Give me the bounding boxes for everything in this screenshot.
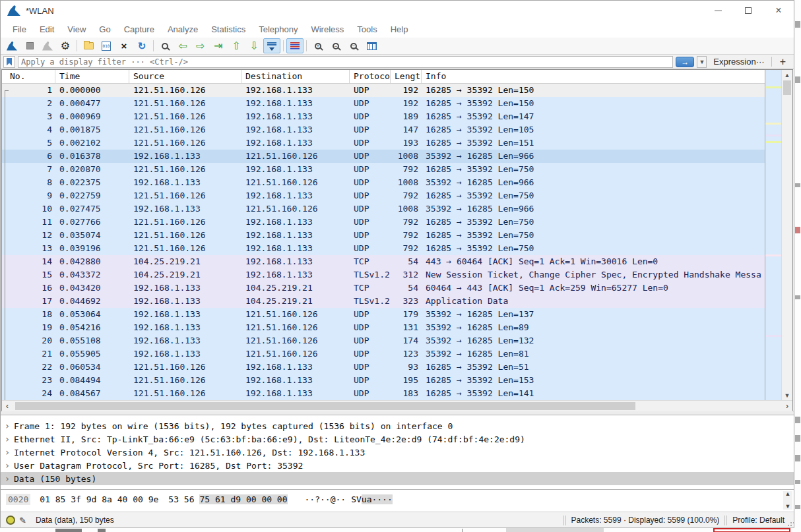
close-file-button[interactable]: × [115, 38, 133, 53]
scroll-down-arrow-icon[interactable]: ▼ [782, 390, 792, 400]
packet-row-8[interactable]: 80.022375192.168.1.133121.51.160.126UDP1… [2, 176, 765, 189]
detail-row-5[interactable]: ›Data (150 bytes) [1, 472, 794, 485]
detail-row-4[interactable]: ›User Datagram Protocol, Src Port: 16285… [1, 459, 794, 472]
colorize-button[interactable] [286, 38, 304, 53]
capture-options-button[interactable]: ⚙ [57, 38, 74, 53]
expression-button[interactable]: Expression··· [713, 57, 764, 67]
auto-scroll-button[interactable] [263, 38, 280, 53]
column-header-protocol[interactable]: Protocol [350, 70, 391, 83]
packet-row-12[interactable]: 120.035074121.51.160.126192.168.1.133UDP… [2, 229, 765, 242]
packet-row-14[interactable]: 140.042880104.25.219.21192.168.1.133TCP5… [2, 255, 765, 268]
minimize-button[interactable] [703, 1, 733, 20]
menu-item-analyze[interactable]: Analyze [161, 24, 205, 34]
packet-row-10[interactable]: 100.027475192.168.1.133121.51.160.126UDP… [2, 202, 765, 216]
zoom-reset-button[interactable]: = [345, 38, 362, 53]
first-packet-button[interactable]: ⇧ [228, 38, 245, 53]
go-to-packet-button[interactable]: ⇥ [210, 38, 227, 53]
resize-columns-button[interactable] [363, 38, 380, 53]
hex-line[interactable]: 002001 85 3f 9d 8a 40 00 9e53 5675 61 d9… [1, 494, 794, 504]
last-packet-button[interactable]: ⇩ [245, 38, 263, 53]
scroll-left-arrow-icon[interactable]: ‹ [2, 401, 13, 411]
vertical-scrollbar[interactable]: ▲ ▼ [781, 70, 792, 400]
packet-row-23[interactable]: 230.084494121.51.160.126192.168.1.133UDP… [2, 374, 765, 387]
menu-item-wireless[interactable]: Wireless [304, 24, 350, 34]
status-profile[interactable]: Profile: Default [732, 516, 785, 525]
reload-file-button[interactable]: ↻ [133, 38, 150, 53]
hex-scrollbar[interactable]: ▲ ▼ [783, 491, 792, 510]
zoom-in-button[interactable]: + [309, 38, 327, 53]
save-file-button[interactable]: 010 [98, 38, 115, 53]
packet-row-11[interactable]: 110.027766121.51.160.126192.168.1.133UDP… [2, 216, 765, 229]
filter-history-dropdown[interactable]: ▼ [697, 56, 707, 68]
packet-row-15[interactable]: 150.043372104.25.219.21192.168.1.133TLSv… [2, 268, 765, 281]
packet-row-3[interactable]: 30.000969121.51.160.126192.168.1.133UDP1… [2, 110, 765, 123]
zoom-out-button[interactable]: − [327, 38, 344, 53]
packet-row-13[interactable]: 130.039196121.51.160.126192.168.1.133UDP… [2, 242, 765, 255]
column-header-source[interactable]: Source [129, 70, 241, 83]
column-header-time[interactable]: Time [55, 70, 129, 83]
previous-packet-button[interactable]: ⇦ [174, 38, 191, 53]
packet-row-9[interactable]: 90.022759121.51.160.126192.168.1.133UDP7… [2, 189, 765, 202]
menu-item-tools[interactable]: Tools [350, 24, 383, 34]
detail-row-1[interactable]: ›Frame 1: 192 bytes on wire (1536 bits),… [1, 419, 794, 432]
menu-item-capture[interactable]: Capture [117, 24, 161, 34]
menu-item-telephony[interactable]: Telephony [252, 24, 304, 34]
packet-row-6[interactable]: 60.016378192.168.1.133121.51.160.126UDP1… [2, 150, 765, 163]
packet-row-2[interactable]: 20.000477121.51.160.126192.168.1.133UDP1… [2, 97, 765, 110]
packet-row-1[interactable]: 10.000000121.51.160.126192.168.1.133UDP1… [2, 84, 765, 97]
column-header-destination[interactable]: Destination [241, 70, 350, 83]
next-packet-button[interactable]: ⇨ [192, 38, 209, 53]
packet-row-5[interactable]: 50.002102121.51.160.126192.168.1.133UDP1… [2, 136, 765, 150]
packet-row-18[interactable]: 180.053064192.168.1.133121.51.160.126UDP… [2, 308, 765, 321]
column-header-info[interactable]: Info [422, 70, 765, 83]
add-filter-button[interactable]: + [775, 56, 791, 68]
packet-row-4[interactable]: 40.001875121.51.160.126192.168.1.133UDP1… [2, 123, 765, 136]
detail-row-3[interactable]: ›Internet Protocol Version 4, Src: 121.5… [1, 446, 794, 459]
expand-chevron-icon[interactable]: › [1, 447, 14, 458]
filter-bookmark-button[interactable] [3, 56, 15, 68]
packet-row-7[interactable]: 70.020870121.51.160.126192.168.1.133UDP7… [2, 163, 765, 176]
menu-item-edit[interactable]: Edit [33, 24, 61, 34]
intelligent-scrollbar[interactable] [765, 70, 781, 400]
expand-chevron-icon[interactable]: › [1, 421, 14, 431]
hex-scroll-up-icon[interactable]: ▲ [785, 491, 791, 497]
find-packet-button[interactable] [156, 38, 174, 53]
expert-info-icon[interactable] [6, 516, 15, 525]
scroll-up-arrow-icon[interactable]: ▲ [782, 70, 792, 80]
vertical-scroll-thumb[interactable] [783, 80, 791, 95]
close-button[interactable]: × [763, 1, 794, 20]
hex-scroll-down-icon[interactable]: ▼ [785, 504, 791, 510]
apply-filter-button[interactable]: → [676, 57, 694, 67]
packet-row-19[interactable]: 190.054216192.168.1.133121.51.160.126UDP… [2, 321, 765, 334]
menu-item-file[interactable]: File [6, 24, 33, 34]
packet-row-24[interactable]: 240.084567121.51.160.126192.168.1.133UDP… [2, 387, 765, 400]
stop-capture-button[interactable] [21, 38, 38, 53]
expand-chevron-icon[interactable]: › [1, 473, 14, 484]
horizontal-scrollbar[interactable]: ‹ › [2, 400, 792, 411]
menu-item-view[interactable]: View [61, 24, 92, 34]
start-capture-button[interactable] [3, 38, 20, 53]
conversation-bracket [2, 150, 9, 163]
resize-grip[interactable] [786, 520, 792, 527]
packet-row-21[interactable]: 210.055905192.168.1.133121.51.160.126UDP… [2, 347, 765, 361]
packet-row-22[interactable]: 220.060534121.51.160.126192.168.1.133UDP… [2, 361, 765, 374]
scroll-right-arrow-icon[interactable]: › [782, 401, 792, 411]
menu-item-help[interactable]: Help [384, 24, 415, 34]
detail-row-2[interactable]: ›Ethernet II, Src: Tp-LinkT_ba:66:e9 (5c… [1, 432, 794, 446]
packet-row-20[interactable]: 200.055108192.168.1.133121.51.160.126UDP… [2, 334, 765, 347]
pane-splitter[interactable] [1, 411, 794, 415]
menu-item-go[interactable]: Go [92, 24, 117, 34]
capture-comment-icon[interactable]: ✎ [19, 516, 26, 525]
horizontal-scroll-thumb[interactable] [15, 402, 635, 410]
column-header-length[interactable]: Length [391, 70, 422, 83]
restart-capture-button[interactable] [39, 38, 56, 53]
expand-chevron-icon[interactable]: › [1, 460, 14, 471]
display-filter-input[interactable] [18, 56, 673, 68]
open-file-button[interactable] [80, 38, 97, 53]
packet-row-17[interactable]: 170.044692192.168.1.133104.25.219.21TLSv… [2, 295, 765, 308]
menu-item-statistics[interactable]: Statistics [205, 24, 252, 34]
maximize-button[interactable] [733, 1, 763, 20]
column-header-no[interactable]: No. [2, 70, 55, 83]
packet-row-16[interactable]: 160.043420192.168.1.133104.25.219.21TCP5… [2, 281, 765, 295]
expand-chevron-icon[interactable]: › [1, 434, 14, 444]
